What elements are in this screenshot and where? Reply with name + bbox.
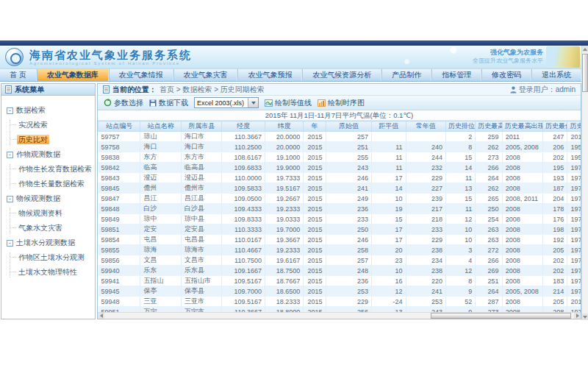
collapse-icon[interactable]: - bbox=[7, 196, 13, 202]
tree-item-label: 实况检索 bbox=[17, 120, 49, 130]
table-cell: 59757 bbox=[98, 132, 140, 142]
tree-group[interactable]: -土壤水分观测数据 bbox=[7, 238, 93, 248]
table-cell: 保亭县 bbox=[181, 286, 221, 297]
table-cell: 110.2500 bbox=[222, 142, 265, 152]
table-row[interactable]: 59849琼中琼中县109.833319.0333201523315218122… bbox=[98, 214, 581, 224]
table-header-row: 站点编号站点名称所属市县经度纬度年原始值距平值常年值历史排位历史最高历史最高出现… bbox=[98, 121, 581, 132]
table-row[interactable]: 59851定安定安县110.333319.7000201525017233102… bbox=[98, 224, 581, 235]
table-cell: 2010 bbox=[567, 297, 581, 307]
table-cell: 2008 bbox=[502, 214, 542, 224]
table-row[interactable]: 59945保亭保亭县109.700018.6500201525312241926… bbox=[98, 286, 581, 297]
table-cell: 202 bbox=[543, 266, 567, 276]
tree-item[interactable]: 作物生长发育数据检索 bbox=[17, 164, 93, 174]
tree-item[interactable]: 作物生长量数据检索 bbox=[17, 179, 93, 189]
dropdown-arrow-icon[interactable] bbox=[248, 98, 258, 107]
table-cell: 2005, 2008 bbox=[502, 142, 542, 152]
data-download-button[interactable]: 数据下载 bbox=[149, 98, 188, 108]
table-cell: 109.0500 bbox=[222, 194, 265, 204]
nav-item[interactable]: 指标管理 bbox=[431, 69, 481, 81]
nav-item[interactable]: 农业气象预报 bbox=[237, 69, 302, 81]
table-cell: 澄迈县 bbox=[181, 173, 221, 183]
scroll-left-arrow[interactable] bbox=[98, 313, 104, 319]
table-cell: 2015 bbox=[304, 297, 326, 307]
nav-item[interactable]: 农业气象数据库 bbox=[37, 69, 109, 81]
tree-item[interactable]: 物候观测资料 bbox=[17, 208, 93, 219]
timeseries-button[interactable]: 绘制时序图 bbox=[318, 98, 365, 108]
tree-group[interactable]: -作物观测数据 bbox=[7, 149, 93, 160]
table-cell: 2015 bbox=[304, 173, 326, 183]
table-cell: 琼海市 bbox=[181, 245, 221, 255]
table-row[interactable]: 59757琼山海口市110.366720.0000201525722592011… bbox=[98, 132, 581, 142]
collapse-icon[interactable]: - bbox=[7, 152, 13, 158]
collapse-icon[interactable]: - bbox=[7, 107, 13, 114]
format-select[interactable]: Excel 2003(.xls) bbox=[194, 97, 259, 108]
contour-button[interactable]: 绘制等值线 bbox=[265, 98, 312, 108]
table-row[interactable]: 59941五指山五指山市109.516718.76672015236162208… bbox=[98, 276, 581, 286]
table-row[interactable]: 59856文昌文昌市110.750019.6167201525723234426… bbox=[98, 255, 581, 266]
table-row[interactable]: 59854屯昌屯昌县110.016719.3667201524617229102… bbox=[98, 235, 581, 245]
tree-item[interactable]: 实况检索 bbox=[17, 120, 93, 130]
table-header-cell: 纬度 bbox=[265, 121, 303, 132]
tree-group[interactable]: -数据检索 bbox=[7, 105, 93, 116]
tree-group-label: 数据检索 bbox=[16, 105, 46, 116]
nav-item[interactable]: 农业气候资源分析 bbox=[302, 69, 381, 81]
nav-item[interactable]: 首 页 bbox=[0, 69, 37, 81]
sidebar: 系统菜单 -数据检索实况检索历史比对-作物观测数据作物生长发育数据检索作物生长量… bbox=[1, 83, 96, 319]
table-cell: 206 bbox=[543, 142, 567, 152]
table-row[interactable]: 59948三亚三亚市109.516718.23332015229-2425352… bbox=[98, 297, 581, 307]
h-scroll-thumb[interactable] bbox=[431, 313, 571, 319]
v-scrollbar[interactable] bbox=[581, 46, 588, 320]
scroll-up-arrow[interactable] bbox=[582, 46, 588, 52]
table-row[interactable]: 59848白沙白沙县109.433319.2333201523619217112… bbox=[98, 204, 581, 214]
scroll-down-arrow[interactable] bbox=[582, 314, 588, 320]
table-cell: 2008 bbox=[502, 266, 542, 276]
table-row[interactable]: 59838东方东方市108.616719.1000201525511244152… bbox=[98, 152, 581, 163]
tree-item[interactable]: 作物区土壤水分观测 bbox=[17, 252, 93, 263]
table-cell: 263 bbox=[476, 224, 502, 235]
collapse-icon[interactable]: - bbox=[7, 240, 13, 247]
param-select-button[interactable]: 参数选择 bbox=[104, 98, 143, 108]
nav-item[interactable]: 农业气象情报 bbox=[109, 69, 173, 81]
nav-item[interactable]: 农业气象灾害 bbox=[173, 69, 238, 81]
table-cell: 定安 bbox=[140, 224, 181, 235]
table-cell: 59838 bbox=[98, 152, 140, 163]
tree-item[interactable]: 历史比对 bbox=[17, 135, 93, 145]
table-header-cell: 距平值 bbox=[372, 121, 406, 132]
breadcrumb-path[interactable]: 首页 > 数据检索 > 历史同期检索 bbox=[159, 85, 265, 95]
v-scroll-thumb[interactable] bbox=[582, 54, 588, 92]
table-cell: 109.5167 bbox=[222, 297, 265, 307]
table-cell: 15 bbox=[372, 214, 406, 224]
tree-group[interactable]: -物候观测数据 bbox=[7, 194, 93, 204]
table-cell: 8 bbox=[445, 276, 475, 286]
table-cell: 273 bbox=[476, 307, 502, 313]
table-row[interactable]: 59843澄迈澄迈县110.000019.7333201524617229112… bbox=[98, 173, 581, 183]
table-cell: 2 bbox=[445, 132, 475, 142]
table-cell: 琼山 bbox=[140, 132, 181, 142]
table-cell: 19.3667 bbox=[265, 235, 303, 245]
scroll-right-arrow[interactable] bbox=[574, 313, 581, 319]
table-cell: 247 bbox=[543, 132, 567, 142]
nav-item[interactable]: 修改密码 bbox=[481, 69, 531, 81]
table-row[interactable]: 59847昌江昌江县109.050019.2667201524910239152… bbox=[98, 194, 581, 204]
tree-item[interactable]: 气象水文灾害 bbox=[17, 223, 93, 233]
table-cell: 1970 bbox=[567, 255, 581, 266]
table-cell: 1970 bbox=[567, 183, 581, 194]
table-row[interactable]: 59940乐东乐东县109.166718.7500201524810238122… bbox=[98, 266, 581, 276]
table-cell: 59855 bbox=[98, 245, 140, 255]
table-cell: 236 bbox=[326, 204, 372, 214]
nav-item[interactable]: 产品制作 bbox=[381, 69, 431, 81]
table-row[interactable]: 59855琼海琼海市110.466719.2333201525820238327… bbox=[98, 245, 581, 255]
table-cell: 2015 bbox=[304, 245, 326, 255]
table-cell: 229 bbox=[406, 235, 445, 245]
table-cell: 2015 bbox=[304, 235, 326, 245]
table-row[interactable]: 59951万宁万宁市110.366718.8000201525613243927… bbox=[98, 307, 581, 313]
table-row[interactable]: 59758海口海口市110.250020.0000201525111240826… bbox=[98, 142, 581, 152]
table-cell: 海口市 bbox=[181, 142, 221, 152]
table-cell: 12 bbox=[445, 266, 475, 276]
table-row[interactable]: 59845儋州儋州市109.583319.5167201524114227132… bbox=[98, 183, 581, 194]
table-cell: 2015 bbox=[304, 286, 326, 297]
tree-item[interactable]: 土壤水文物理特性 bbox=[17, 267, 93, 277]
nav-item[interactable]: 退出系统 bbox=[531, 69, 581, 81]
table-row[interactable]: 59842临高临高县109.683319.9000201524311232142… bbox=[98, 163, 581, 173]
h-scrollbar[interactable] bbox=[98, 312, 581, 319]
